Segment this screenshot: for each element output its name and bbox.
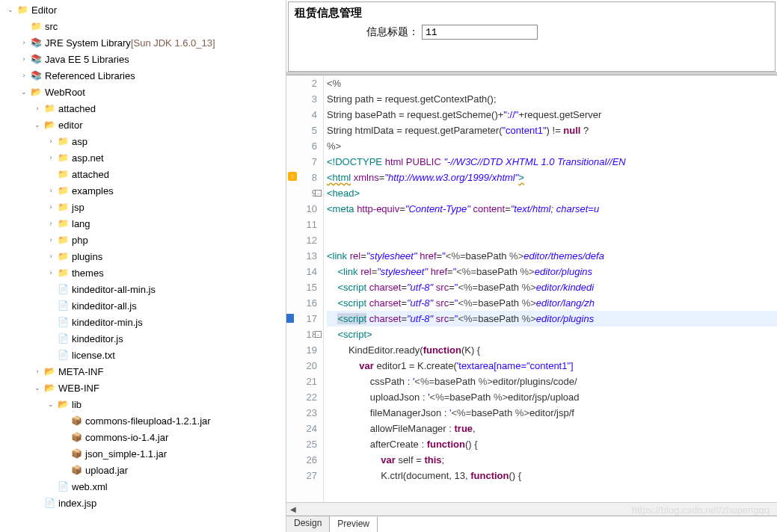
gutter-line[interactable]: 11 bbox=[286, 217, 317, 232]
design-preview-pane[interactable]: 租赁信息管理 信息标题： bbox=[286, 0, 777, 75]
code-line[interactable] bbox=[327, 217, 777, 232]
chevron-down-icon[interactable]: ⌄ bbox=[4, 4, 16, 16]
gutter-line[interactable]: 7 bbox=[286, 154, 317, 170]
gutter-line[interactable]: 27 bbox=[286, 468, 317, 483]
gutter-line[interactable]: 4 bbox=[286, 107, 317, 123]
code-line[interactable]: String htmlData = request.getParameter("… bbox=[327, 123, 777, 138]
gutter-line[interactable]: 9- bbox=[286, 185, 317, 201]
code-line[interactable]: var editor1 = K.create('textarea[name="c… bbox=[327, 358, 777, 374]
code-line[interactable]: <script charset="utf-8" src="<%=basePath… bbox=[327, 279, 777, 295]
fold-toggle-icon[interactable]: - bbox=[315, 331, 322, 338]
tree-item[interactable]: ⌄📂WebRoot bbox=[0, 84, 286, 100]
gutter-line[interactable]: 18- bbox=[286, 327, 317, 342]
code-line[interactable]: <meta http-equiv="Content-Type" content=… bbox=[327, 201, 777, 217]
tree-item[interactable]: 📄kindeditor.js bbox=[0, 330, 286, 347]
tree-item[interactable]: 📁src bbox=[0, 18, 286, 34]
tree-item[interactable]: 📁attached bbox=[0, 166, 286, 182]
gutter-line[interactable]: 16 bbox=[286, 295, 317, 311]
tree-item[interactable]: ›📁asp bbox=[0, 133, 286, 149]
preview-title-input[interactable] bbox=[422, 25, 538, 40]
chevron-down-icon[interactable]: ⌄ bbox=[18, 86, 30, 98]
gutter-line[interactable]: 26 bbox=[286, 452, 317, 468]
gutter-line[interactable]: 13 bbox=[286, 248, 317, 264]
code-line[interactable] bbox=[327, 232, 777, 248]
code-body[interactable]: <%String path = request.getContextPath()… bbox=[324, 75, 777, 502]
code-line[interactable]: <link rel="stylesheet" href="<%=basePath… bbox=[327, 264, 777, 279]
chevron-right-icon[interactable]: › bbox=[45, 250, 57, 262]
code-line[interactable]: <script> bbox=[327, 327, 777, 342]
gutter-line[interactable]: 22 bbox=[286, 389, 317, 405]
tree-item[interactable]: ›📁examples bbox=[0, 182, 286, 199]
horizontal-scrollbar[interactable]: ◀ bbox=[286, 502, 777, 516]
chevron-right-icon[interactable]: › bbox=[45, 217, 57, 229]
tree-item[interactable]: ›📁lang bbox=[0, 215, 286, 232]
project-explorer[interactable]: ⌄📁Editor📁src›📚JRE System Library [Sun JD… bbox=[0, 0, 286, 532]
code-line[interactable]: <!DOCTYPE html PUBLIC "-//W3C//DTD XHTML… bbox=[327, 154, 777, 170]
gutter-line[interactable]: 12 bbox=[286, 232, 317, 248]
code-line[interactable]: %> bbox=[327, 138, 777, 154]
gutter-line[interactable]: 17 bbox=[286, 311, 317, 327]
tree-item[interactable]: 📄index.jsp bbox=[0, 495, 286, 511]
tree-item[interactable]: 📦json_simple-1.1.jar bbox=[0, 445, 286, 462]
code-line[interactable]: String basePath = request.getScheme()+":… bbox=[327, 107, 777, 123]
chevron-right-icon[interactable]: › bbox=[18, 37, 30, 49]
tree-item[interactable]: ⌄📂lib bbox=[0, 396, 286, 412]
gutter-line[interactable]: 14 bbox=[286, 264, 317, 279]
code-line[interactable]: KindEditor.ready(function(K) { bbox=[327, 342, 777, 358]
gutter-line[interactable]: 25 bbox=[286, 436, 317, 452]
chevron-right-icon[interactable]: › bbox=[45, 135, 57, 147]
chevron-right-icon[interactable]: › bbox=[31, 365, 43, 377]
chevron-right-icon[interactable]: › bbox=[45, 185, 57, 197]
tree-item[interactable]: ›📁jsp bbox=[0, 199, 286, 215]
code-line[interactable]: <head> bbox=[327, 185, 777, 201]
chevron-down-icon[interactable]: ⌄ bbox=[45, 398, 57, 410]
tree-item[interactable]: ›📚Referenced Libraries bbox=[0, 67, 286, 84]
fold-toggle-icon[interactable]: - bbox=[315, 190, 322, 197]
tree-item[interactable]: 📄license.txt bbox=[0, 347, 286, 363]
gutter-line[interactable]: 2 bbox=[286, 75, 317, 91]
tree-item[interactable]: 📦upload.jar bbox=[0, 462, 286, 478]
code-line[interactable]: <% bbox=[327, 75, 777, 91]
code-line[interactable]: <link rel="stylesheet" href="<%=basePath… bbox=[327, 248, 777, 264]
chevron-right-icon[interactable]: › bbox=[45, 201, 57, 213]
gutter-line[interactable]: 21 bbox=[286, 374, 317, 389]
tree-item[interactable]: 📦commons-fileupload-1.2.1.jar bbox=[0, 412, 286, 429]
tree-item[interactable]: ›📁themes bbox=[0, 265, 286, 281]
chevron-right-icon[interactable]: › bbox=[45, 152, 57, 164]
gutter-line[interactable]: !8 bbox=[286, 170, 317, 185]
tree-item[interactable]: ›📚Java EE 5 Libraries bbox=[0, 51, 286, 67]
chevron-down-icon[interactable]: ⌄ bbox=[31, 119, 43, 131]
tree-item[interactable]: ⌄📂editor bbox=[0, 117, 286, 133]
chevron-down-icon[interactable]: ⌄ bbox=[31, 382, 43, 394]
tree-item[interactable]: 📄kindeditor-all.js bbox=[0, 297, 286, 314]
chevron-right-icon[interactable]: › bbox=[45, 234, 57, 246]
tab-design[interactable]: Design bbox=[286, 516, 330, 532]
tree-item[interactable]: 📄kindeditor-min.js bbox=[0, 314, 286, 330]
code-line[interactable]: <script charset="utf-8" src="<%=basePath… bbox=[327, 311, 777, 327]
tree-item[interactable]: ›📂META-INF bbox=[0, 363, 286, 380]
gutter-line[interactable]: 24 bbox=[286, 421, 317, 436]
tree-item[interactable]: ›📁php bbox=[0, 232, 286, 248]
tree-item[interactable]: ⌄📂WEB-INF bbox=[0, 380, 286, 396]
scroll-left-icon[interactable]: ◀ bbox=[286, 503, 300, 516]
tree-item[interactable]: ›📁plugins bbox=[0, 248, 286, 265]
tree-item[interactable]: ›📁asp.net bbox=[0, 149, 286, 166]
gutter-line[interactable]: 10 bbox=[286, 201, 317, 217]
gutter-line[interactable]: 3 bbox=[286, 91, 317, 107]
chevron-right-icon[interactable]: › bbox=[18, 69, 30, 81]
gutter-line[interactable]: 20 bbox=[286, 358, 317, 374]
gutter-line[interactable]: 23 bbox=[286, 405, 317, 421]
code-line[interactable]: String path = request.getContextPath(); bbox=[327, 91, 777, 107]
gutter-line[interactable]: 6 bbox=[286, 138, 317, 154]
code-line[interactable]: cssPath : '<%=basePath %>editor/plugins/… bbox=[327, 374, 777, 389]
code-line[interactable]: <script charset="utf-8" src="<%=basePath… bbox=[327, 295, 777, 311]
code-line[interactable]: uploadJson : '<%=basePath %>editor/jsp/u… bbox=[327, 389, 777, 405]
tree-item[interactable]: ›📁attached bbox=[0, 100, 286, 117]
code-line[interactable]: <html xmlns="http://www.w3.org/1999/xhtm… bbox=[327, 170, 777, 185]
code-line[interactable]: var self = this; bbox=[327, 452, 777, 468]
code-line[interactable]: K.ctrl(document, 13, function() { bbox=[327, 468, 777, 483]
tree-item[interactable]: ›📚JRE System Library [Sun JDK 1.6.0_13] bbox=[0, 34, 286, 51]
tab-preview[interactable]: Preview bbox=[330, 516, 378, 532]
tree-item[interactable]: ⌄📁Editor bbox=[0, 1, 286, 18]
chevron-right-icon[interactable]: › bbox=[31, 102, 43, 114]
